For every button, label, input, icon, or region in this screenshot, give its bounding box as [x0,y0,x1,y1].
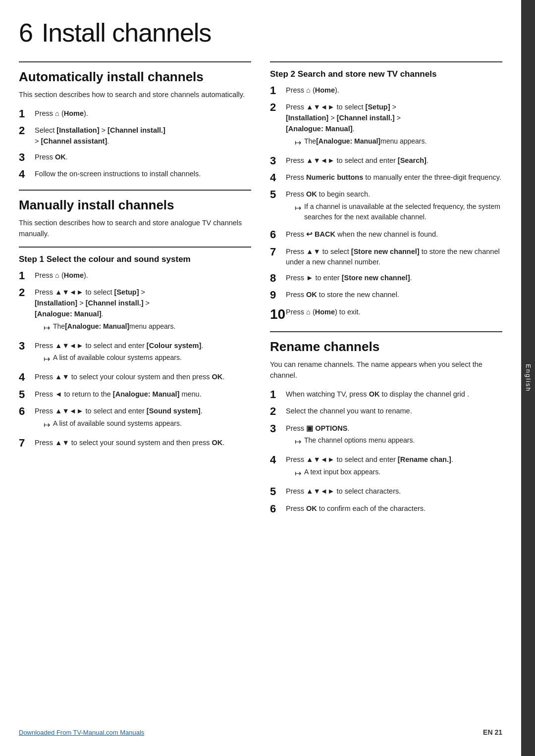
step-text: Press ◄ to return to the [Analogue: Manu… [35,388,251,400]
step-text: When watching TV, press OK to display th… [286,388,502,400]
rename-step-5: 5 Press ▲▼◄► to select characters. [270,485,502,498]
step-num: 4 [270,454,286,466]
step-text: Press ▲▼◄► to select and enter [Sound sy… [35,405,251,433]
step-num: 4 [270,171,286,184]
step2-divider [270,61,502,62]
step-num: 2 [270,405,286,418]
step-text: Press ▲▼ to select your colour system an… [35,371,251,383]
step2-9: 9 Press OK to store the new channel. [270,289,502,302]
step-num: 4 [19,371,35,384]
step1-list: 1 Press ⌂ (Home). 2 Press ▲▼◄► to select… [19,269,251,450]
step-num: 2 [19,286,35,299]
language-label: English [525,364,532,392]
step-num: 1 [19,107,35,120]
step2-3: 3 Press ▲▼◄► to select and enter [Search… [270,154,502,167]
step-text: Press OK to store the new channel. [286,289,502,301]
step-num: 10 [270,306,286,323]
auto-step-4: 4 Follow the on-screen instructions to i… [19,168,251,181]
step-text: Press ▲▼◄► to select [Setup] > [Installa… [286,101,502,150]
sub-note: ↦ A list of available colour systems app… [44,353,251,365]
rename-step-6: 6 Press OK to confirm each of the charac… [270,503,502,515]
right-column: Step 2 Search and store new TV channels … [270,61,502,719]
footer-link[interactable]: Downloaded From TV-Manual.com Manuals [19,729,144,736]
step1-6: 6 Press ▲▼◄► to select and enter [Sound … [19,405,251,433]
step1-4: 4 Press ▲▼ to select your colour system … [19,371,251,384]
step-text: Press ▲▼◄► to select [Setup] > [Installa… [35,286,251,335]
step-text: Press ⌂ (Home). [35,269,251,281]
page-number: EN 21 [483,728,502,736]
main-content: 6Install channels Automatically install … [0,0,521,756]
step2-7: 7 Press ▲▼ to select [Store new channel]… [270,246,502,268]
step-num: 9 [270,289,286,302]
step-text: Press ▲▼◄► to select characters. [286,485,502,497]
step-text: Press Numeric buttons to manually enter … [286,171,502,183]
step2-6: 6 Press ↩ BACK when the new channel is f… [270,228,502,241]
step2-title: Step 2 Search and store new TV channels [270,69,502,79]
auto-step-1: 1 Press ⌂ (Home). [19,107,251,120]
step2-10: 10 Press ⌂ (Home) to exit. [270,306,502,323]
step-num: 7 [19,437,35,450]
step-text: Press ↩ BACK when the new channel is fou… [286,228,502,240]
step-num: 4 [19,168,35,181]
sub-note: ↦ The [Analogue: Manual] menu appears. [295,136,502,149]
rename-section-divider [270,331,502,332]
rename-steps-list: 1 When watching TV, press OK to display … [270,388,502,515]
step-num: 5 [270,485,286,498]
step2-list: 1 Press ⌂ (Home). 2 Press ▲▼◄► to select… [270,84,502,322]
step-text: Press ⌂ (Home). [35,107,251,119]
step-num: 3 [19,151,35,164]
step-text: Press ▲▼ to select [Store new channel] t… [286,246,502,268]
step-num: 6 [270,228,286,241]
left-column: Automatically install channels This sect… [19,61,251,719]
step1-2: 2 Press ▲▼◄► to select [Setup] > [Instal… [19,286,251,335]
step-num: 5 [270,188,286,201]
step-num: 6 [19,405,35,418]
page-footer: Downloaded From TV-Manual.com Manuals EN… [19,728,502,736]
step-num: 1 [270,84,286,97]
step-num: 1 [19,269,35,282]
page-title: 6Install channels [19,18,502,48]
step1-3: 3 Press ▲▼◄► to select and enter [Colour… [19,340,251,367]
step2-2: 2 Press ▲▼◄► to select [Setup] > [Instal… [270,101,502,150]
sub-note: ↦ The [Analogue: Manual] menu appears. [44,321,251,334]
step-text: Press ⌂ (Home). [286,84,502,96]
step-text: Press ▣ OPTIONS. ↦ The channel options m… [286,422,502,450]
step-num: 3 [19,340,35,353]
rename-step-1: 1 When watching TV, press OK to display … [270,388,502,401]
sub-note: ↦ A text input box appears. [295,467,502,479]
step-text: Press ► to enter [Store new channel]. [286,272,502,284]
step-text: Select the channel you want to rename. [286,405,502,417]
manual-section-intro: This section describes how to search and… [19,218,251,240]
auto-section-title: Automatically install channels [19,69,251,85]
language-side-tab: English [521,0,535,756]
step-text: Press OK to begin search. ↦ If a channel… [286,188,502,224]
step-text: Press ⌂ (Home) to exit. [286,306,502,318]
step-text: Select [Installation] > [Channel install… [35,124,251,147]
manual-section-divider [19,190,251,191]
manual-section-title: Manually install channels [19,198,251,213]
page-container: 6Install channels Automatically install … [0,0,535,756]
rename-section-title: Rename channels [270,339,502,354]
auto-step-3: 3 Press OK. [19,151,251,164]
step-num: 6 [270,503,286,515]
step-text: Press ▲▼ to select your sound system and… [35,437,251,449]
step-text: Press OK to confirm each of the characte… [286,503,502,514]
rename-section-intro: You can rename channels. The name appear… [270,359,502,381]
step1-divider [19,247,251,248]
sub-note: ↦ A list of available sound systems appe… [44,418,251,431]
step2-8: 8 Press ► to enter [Store new channel]. [270,272,502,285]
step-text: Press ▲▼◄► to select and enter [Rename c… [286,454,502,481]
step1-7: 7 Press ▲▼ to select your sound system a… [19,437,251,450]
step1-title: Step 1 Select the colour and sound syste… [19,254,251,264]
step-text: Press ▲▼◄► to select and enter [Search]. [286,154,502,166]
step-text: Press ▲▼◄► to select and enter [Colour s… [35,340,251,367]
step2-4: 4 Press Numeric buttons to manually ente… [270,171,502,184]
step1-5: 5 Press ◄ to return to the [Analogue: Ma… [19,388,251,401]
step-num: 3 [270,422,286,435]
chapter-title: Install channels [42,18,211,47]
step-num: 5 [19,388,35,401]
step-num: 8 [270,272,286,285]
rename-step-2: 2 Select the channel you want to rename. [270,405,502,418]
chapter-number: 6 [19,18,33,47]
auto-step-2: 2 Select [Installation] > [Channel insta… [19,124,251,147]
